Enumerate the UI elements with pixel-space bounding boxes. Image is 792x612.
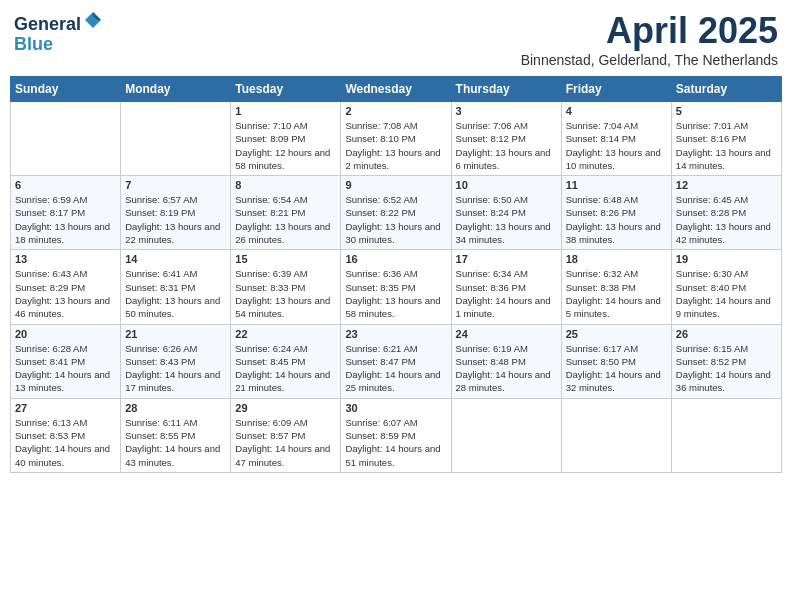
month-year: April 2025 — [521, 10, 778, 52]
day-info: Sunrise: 6:43 AM Sunset: 8:29 PM Dayligh… — [15, 267, 116, 320]
calendar-cell: 14Sunrise: 6:41 AM Sunset: 8:31 PM Dayli… — [121, 250, 231, 324]
day-info: Sunrise: 6:13 AM Sunset: 8:53 PM Dayligh… — [15, 416, 116, 469]
day-number: 7 — [125, 179, 226, 191]
day-of-week-header: Tuesday — [231, 77, 341, 102]
calendar-cell: 18Sunrise: 6:32 AM Sunset: 8:38 PM Dayli… — [561, 250, 671, 324]
calendar-cell: 26Sunrise: 6:15 AM Sunset: 8:52 PM Dayli… — [671, 324, 781, 398]
day-info: Sunrise: 6:21 AM Sunset: 8:47 PM Dayligh… — [345, 342, 446, 395]
day-number: 22 — [235, 328, 336, 340]
day-info: Sunrise: 6:28 AM Sunset: 8:41 PM Dayligh… — [15, 342, 116, 395]
day-info: Sunrise: 6:07 AM Sunset: 8:59 PM Dayligh… — [345, 416, 446, 469]
day-info: Sunrise: 6:41 AM Sunset: 8:31 PM Dayligh… — [125, 267, 226, 320]
calendar-cell: 8Sunrise: 6:54 AM Sunset: 8:21 PM Daylig… — [231, 176, 341, 250]
calendar-body: 1Sunrise: 7:10 AM Sunset: 8:09 PM Daylig… — [11, 102, 782, 473]
day-info: Sunrise: 6:50 AM Sunset: 8:24 PM Dayligh… — [456, 193, 557, 246]
calendar-cell: 20Sunrise: 6:28 AM Sunset: 8:41 PM Dayli… — [11, 324, 121, 398]
day-number: 2 — [345, 105, 446, 117]
calendar-cell: 24Sunrise: 6:19 AM Sunset: 8:48 PM Dayli… — [451, 324, 561, 398]
day-info: Sunrise: 6:34 AM Sunset: 8:36 PM Dayligh… — [456, 267, 557, 320]
day-number: 15 — [235, 253, 336, 265]
logo-text: General Blue — [14, 10, 103, 55]
day-number: 28 — [125, 402, 226, 414]
day-number: 23 — [345, 328, 446, 340]
day-number: 17 — [456, 253, 557, 265]
day-of-week-header: Sunday — [11, 77, 121, 102]
calendar-cell: 9Sunrise: 6:52 AM Sunset: 8:22 PM Daylig… — [341, 176, 451, 250]
calendar-cell: 27Sunrise: 6:13 AM Sunset: 8:53 PM Dayli… — [11, 398, 121, 472]
day-number: 11 — [566, 179, 667, 191]
calendar-cell: 7Sunrise: 6:57 AM Sunset: 8:19 PM Daylig… — [121, 176, 231, 250]
day-of-week-header: Thursday — [451, 77, 561, 102]
calendar-cell: 22Sunrise: 6:24 AM Sunset: 8:45 PM Dayli… — [231, 324, 341, 398]
day-info: Sunrise: 6:30 AM Sunset: 8:40 PM Dayligh… — [676, 267, 777, 320]
day-number: 21 — [125, 328, 226, 340]
calendar-table: SundayMondayTuesdayWednesdayThursdayFrid… — [10, 76, 782, 473]
day-info: Sunrise: 6:09 AM Sunset: 8:57 PM Dayligh… — [235, 416, 336, 469]
calendar-cell — [121, 102, 231, 176]
day-number: 4 — [566, 105, 667, 117]
calendar-week-row: 6Sunrise: 6:59 AM Sunset: 8:17 PM Daylig… — [11, 176, 782, 250]
calendar-cell — [451, 398, 561, 472]
calendar-cell — [11, 102, 121, 176]
calendar-cell: 28Sunrise: 6:11 AM Sunset: 8:55 PM Dayli… — [121, 398, 231, 472]
location: Binnenstad, Gelderland, The Netherlands — [521, 52, 778, 68]
calendar-cell: 5Sunrise: 7:01 AM Sunset: 8:16 PM Daylig… — [671, 102, 781, 176]
calendar-cell — [561, 398, 671, 472]
day-number: 9 — [345, 179, 446, 191]
day-number: 24 — [456, 328, 557, 340]
calendar-cell: 6Sunrise: 6:59 AM Sunset: 8:17 PM Daylig… — [11, 176, 121, 250]
day-info: Sunrise: 6:15 AM Sunset: 8:52 PM Dayligh… — [676, 342, 777, 395]
day-info: Sunrise: 6:11 AM Sunset: 8:55 PM Dayligh… — [125, 416, 226, 469]
calendar-cell: 17Sunrise: 6:34 AM Sunset: 8:36 PM Dayli… — [451, 250, 561, 324]
calendar-cell: 11Sunrise: 6:48 AM Sunset: 8:26 PM Dayli… — [561, 176, 671, 250]
calendar-week-row: 1Sunrise: 7:10 AM Sunset: 8:09 PM Daylig… — [11, 102, 782, 176]
day-info: Sunrise: 6:36 AM Sunset: 8:35 PM Dayligh… — [345, 267, 446, 320]
day-of-week-header: Friday — [561, 77, 671, 102]
calendar-cell: 19Sunrise: 6:30 AM Sunset: 8:40 PM Dayli… — [671, 250, 781, 324]
day-info: Sunrise: 7:06 AM Sunset: 8:12 PM Dayligh… — [456, 119, 557, 172]
day-number: 13 — [15, 253, 116, 265]
day-info: Sunrise: 7:01 AM Sunset: 8:16 PM Dayligh… — [676, 119, 777, 172]
day-info: Sunrise: 6:26 AM Sunset: 8:43 PM Dayligh… — [125, 342, 226, 395]
day-number: 20 — [15, 328, 116, 340]
day-number: 30 — [345, 402, 446, 414]
calendar-cell — [671, 398, 781, 472]
day-info: Sunrise: 6:52 AM Sunset: 8:22 PM Dayligh… — [345, 193, 446, 246]
day-number: 16 — [345, 253, 446, 265]
day-number: 8 — [235, 179, 336, 191]
day-info: Sunrise: 7:04 AM Sunset: 8:14 PM Dayligh… — [566, 119, 667, 172]
day-of-week-header: Wednesday — [341, 77, 451, 102]
logo: General Blue — [14, 10, 103, 55]
page-header: General Blue April 2025 Binnenstad, Geld… — [10, 10, 782, 68]
calendar-cell: 15Sunrise: 6:39 AM Sunset: 8:33 PM Dayli… — [231, 250, 341, 324]
day-info: Sunrise: 7:08 AM Sunset: 8:10 PM Dayligh… — [345, 119, 446, 172]
day-info: Sunrise: 6:59 AM Sunset: 8:17 PM Dayligh… — [15, 193, 116, 246]
day-number: 5 — [676, 105, 777, 117]
day-number: 12 — [676, 179, 777, 191]
calendar-week-row: 27Sunrise: 6:13 AM Sunset: 8:53 PM Dayli… — [11, 398, 782, 472]
day-of-week-header: Monday — [121, 77, 231, 102]
day-info: Sunrise: 6:57 AM Sunset: 8:19 PM Dayligh… — [125, 193, 226, 246]
day-number: 29 — [235, 402, 336, 414]
calendar-cell: 1Sunrise: 7:10 AM Sunset: 8:09 PM Daylig… — [231, 102, 341, 176]
day-number: 14 — [125, 253, 226, 265]
day-number: 27 — [15, 402, 116, 414]
day-info: Sunrise: 7:10 AM Sunset: 8:09 PM Dayligh… — [235, 119, 336, 172]
calendar-cell: 4Sunrise: 7:04 AM Sunset: 8:14 PM Daylig… — [561, 102, 671, 176]
calendar-week-row: 13Sunrise: 6:43 AM Sunset: 8:29 PM Dayli… — [11, 250, 782, 324]
day-of-week-header: Saturday — [671, 77, 781, 102]
day-number: 1 — [235, 105, 336, 117]
calendar-cell: 21Sunrise: 6:26 AM Sunset: 8:43 PM Dayli… — [121, 324, 231, 398]
calendar-cell: 23Sunrise: 6:21 AM Sunset: 8:47 PM Dayli… — [341, 324, 451, 398]
title-block: April 2025 Binnenstad, Gelderland, The N… — [521, 10, 778, 68]
day-info: Sunrise: 6:17 AM Sunset: 8:50 PM Dayligh… — [566, 342, 667, 395]
logo-icon — [83, 10, 103, 30]
calendar-cell: 2Sunrise: 7:08 AM Sunset: 8:10 PM Daylig… — [341, 102, 451, 176]
day-info: Sunrise: 6:54 AM Sunset: 8:21 PM Dayligh… — [235, 193, 336, 246]
calendar-cell: 25Sunrise: 6:17 AM Sunset: 8:50 PM Dayli… — [561, 324, 671, 398]
day-number: 10 — [456, 179, 557, 191]
day-number: 19 — [676, 253, 777, 265]
day-info: Sunrise: 6:32 AM Sunset: 8:38 PM Dayligh… — [566, 267, 667, 320]
calendar-cell: 12Sunrise: 6:45 AM Sunset: 8:28 PM Dayli… — [671, 176, 781, 250]
calendar-cell: 3Sunrise: 7:06 AM Sunset: 8:12 PM Daylig… — [451, 102, 561, 176]
